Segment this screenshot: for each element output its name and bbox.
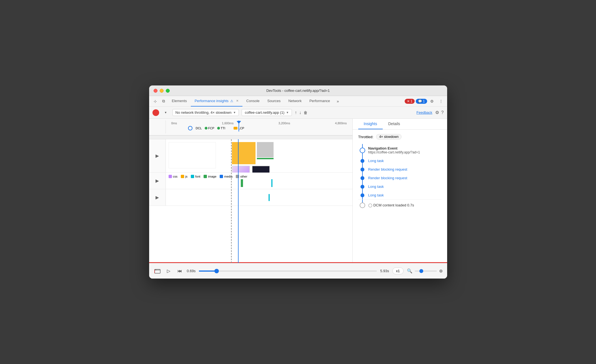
throttle-dropdown-arrow: ▼ [233, 111, 236, 114]
maximize-button[interactable] [166, 89, 170, 93]
expand-network-icon[interactable]: ▶ [156, 178, 159, 183]
settings-icon[interactable]: ⚙ [428, 97, 436, 105]
throttle-value: 4× slowdown [376, 134, 402, 140]
filmstrip-row-label: ▶ [149, 139, 166, 172]
image-bar [241, 179, 243, 187]
record-button[interactable] [152, 109, 159, 116]
long-task-3-dot [360, 193, 364, 197]
ruler-marks: 0ms 1,600ms 3,200ms 4,800ms [171, 122, 347, 125]
screenshot-toggle-button[interactable] [154, 267, 161, 275]
inspect-icon[interactable]: ⧉ [160, 97, 167, 105]
dcl-label: DCL [196, 127, 202, 130]
feedback-link[interactable]: Feedback [417, 110, 432, 115]
long-task-3-link[interactable]: Long task [368, 193, 384, 197]
main-area: 0ms 1,600ms 3,200ms 4,800ms DCL FCP [149, 119, 447, 263]
zoom-controls: 🔍 ⊕ [407, 268, 443, 274]
timeline-scrollbar[interactable] [149, 135, 352, 139]
error-count-badge[interactable]: ✕ 1 [405, 99, 415, 104]
tab-bar: ⊹ ⧉ Elements Performance insights ⚠ ✕ Co… [149, 96, 447, 107]
render-blocking-2-event: Render blocking request [358, 174, 442, 182]
tab-network[interactable]: Network [284, 96, 305, 107]
slider-thumb[interactable] [214, 269, 219, 273]
timeline-area: 0ms 1,600ms 3,200ms 4,800ms DCL FCP [149, 119, 353, 263]
target-dropdown[interactable]: coffee-cart.netlify.app (1) ▼ [242, 109, 292, 116]
timeline-cursor [238, 139, 239, 263]
page-white-box [169, 142, 216, 168]
cursor-arrow [237, 121, 241, 124]
dom-event: ◯ DCM content loaded 0.7s [358, 199, 442, 211]
long-task-2-link[interactable]: Long task [368, 184, 384, 189]
timeline-header: 0ms 1,600ms 3,200ms 4,800ms DCL FCP [149, 119, 352, 135]
tti-dot [217, 127, 220, 130]
tab-elements[interactable]: Elements [168, 96, 191, 107]
long-task-3-event: Long task [358, 191, 442, 199]
legend-font: font [191, 175, 200, 178]
upload-icon[interactable]: ↑ [295, 110, 297, 115]
sidebar-content: Throttled: 4× slowdown Navigation Event … [353, 130, 447, 263]
record-dropdown-icon[interactable]: ▼ [162, 109, 170, 117]
svg-rect-0 [155, 269, 160, 273]
sidebar-tab-details[interactable]: Details [383, 119, 406, 129]
zoom-track[interactable] [415, 271, 437, 272]
tti-marker: TTI [217, 127, 226, 130]
playback-slider[interactable] [199, 268, 377, 274]
dcl-icon: ◯ [368, 203, 372, 207]
sidebar: Insights Details Throttled: 4× slowdown [353, 119, 447, 263]
help-icon[interactable]: ? [441, 110, 444, 115]
image-label: image [208, 175, 216, 178]
zoom-thumb[interactable] [419, 269, 423, 273]
empty-row-label: ▶ [149, 189, 166, 206]
sidebar-tab-insights[interactable]: Insights [358, 119, 383, 129]
throttle-label: Throttled: [358, 135, 374, 139]
tab-close-icon[interactable]: ✕ [236, 99, 239, 103]
tab-performance-insights[interactable]: Performance insights ⚠ ✕ [191, 96, 242, 107]
screenshot-icon [154, 269, 161, 274]
delete-icon[interactable]: 🗑 [304, 110, 307, 115]
render-blocking-2-dot [360, 176, 364, 180]
slider-fill [199, 271, 217, 272]
long-task-1-dot [360, 159, 364, 163]
minimize-button[interactable] [160, 89, 164, 93]
devtools-window: DevTools - coffee-cart.netlify.app/?ad=1… [149, 85, 447, 279]
tti-label: TTI [221, 127, 226, 130]
download-icon[interactable]: ↓ [299, 110, 301, 115]
warning-icon: ⚠ [230, 99, 233, 103]
speed-button[interactable]: x1 [392, 267, 404, 274]
expand-row-icon[interactable]: ▶ [156, 195, 159, 200]
lcp-rect [234, 127, 237, 130]
long-task-1-link[interactable]: Long task [368, 159, 384, 163]
legend: css js font [169, 175, 350, 178]
navigation-event: Navigation Event https://coffee-cart.net… [358, 144, 442, 156]
render-blocking-1-link[interactable]: Render blocking request [368, 167, 407, 171]
zoom-out-icon[interactable]: 🔍 [407, 268, 412, 274]
settings-gear-icon[interactable]: ⚙ [435, 110, 439, 115]
zoom-in-icon[interactable]: ⊕ [439, 268, 443, 274]
message-count-badge[interactable]: 💬 1 [416, 99, 427, 104]
long-task-2-event: Long task [358, 182, 442, 191]
legend-js: js [181, 175, 187, 178]
more-tabs-button[interactable]: » [334, 97, 342, 105]
cursor-icon[interactable]: ⊹ [151, 97, 159, 105]
gray-content-block [257, 142, 274, 157]
skip-back-button[interactable]: ⏮ [176, 267, 184, 275]
dashed-cursor [231, 139, 232, 263]
css-color [169, 175, 172, 178]
expand-filmstrip-icon[interactable]: ▶ [156, 153, 159, 158]
tab-performance[interactable]: Performance [305, 96, 334, 107]
timeline-cursor-header [239, 120, 239, 132]
fcp-label: FCP [208, 127, 214, 130]
throttle-dropdown[interactable]: No network throttling, 4× slowdown ▼ [172, 109, 239, 116]
render-blocking-2-link[interactable]: Render blocking request [368, 176, 407, 180]
filmstrip-content: ☕ ☕ [166, 139, 352, 172]
tab-sources[interactable]: Sources [264, 96, 285, 107]
close-button[interactable] [154, 89, 157, 93]
more-options-icon[interactable]: ⋮ [437, 97, 445, 105]
mini-network-bars [169, 180, 350, 186]
play-button[interactable]: ▷ [165, 267, 172, 275]
css-label: css [173, 175, 178, 178]
network-row-label: ▶ [149, 173, 166, 189]
window-title: DevTools - coffee-cart.netlify.app/?ad=1 [266, 89, 330, 93]
navigation-title: Navigation Event [368, 146, 442, 150]
cyan-marker [269, 194, 270, 201]
tab-console[interactable]: Console [242, 96, 264, 107]
